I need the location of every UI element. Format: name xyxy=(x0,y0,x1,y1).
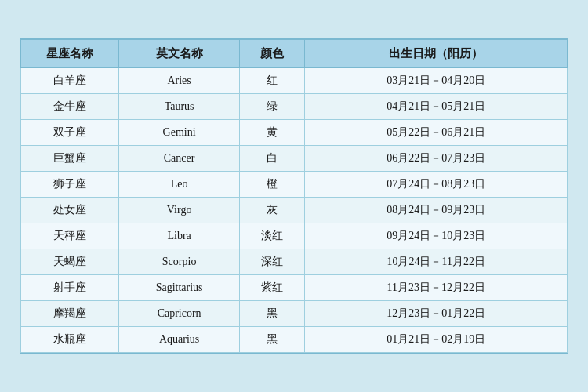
table-row: 狮子座Leo橙07月24日－08月23日 xyxy=(21,172,568,198)
cell-english: Cancer xyxy=(119,146,239,172)
cell-color: 橙 xyxy=(239,172,305,198)
zodiac-table: 星座名称 英文名称 颜色 出生日期（阳历） 白羊座Aries红03月21日－04… xyxy=(20,39,568,353)
cell-date: 01月21日－02月19日 xyxy=(305,327,568,353)
cell-color: 深红 xyxy=(239,249,305,275)
cell-color: 紫红 xyxy=(239,275,305,301)
table-row: 摩羯座Capricorn黑12月23日－01月22日 xyxy=(21,301,568,327)
cell-english: Libra xyxy=(119,223,239,249)
cell-chinese: 天蝎座 xyxy=(21,249,119,275)
cell-english: Taurus xyxy=(119,94,239,120)
cell-color: 灰 xyxy=(239,198,305,223)
table-row: 白羊座Aries红03月21日－04月20日 xyxy=(21,68,568,94)
table-row: 处女座Virgo灰08月24日－09月23日 xyxy=(21,198,568,223)
cell-date: 12月23日－01月22日 xyxy=(305,301,568,327)
cell-color: 黄 xyxy=(239,120,305,146)
cell-color: 白 xyxy=(239,146,305,172)
cell-date: 10月24日－11月22日 xyxy=(305,249,568,275)
table-row: 巨蟹座Cancer白06月22日－07月23日 xyxy=(21,146,568,172)
cell-chinese: 狮子座 xyxy=(21,172,119,198)
table-row: 双子座Gemini黄05月22日－06月21日 xyxy=(21,120,568,146)
cell-date: 11月23日－12月22日 xyxy=(305,275,568,301)
table-row: 射手座Sagittarius紫红11月23日－12月22日 xyxy=(21,275,568,301)
cell-english: Virgo xyxy=(119,198,239,223)
cell-date: 07月24日－08月23日 xyxy=(305,172,568,198)
header-color: 颜色 xyxy=(239,40,305,68)
cell-english: Gemini xyxy=(119,120,239,146)
cell-english: Scorpio xyxy=(119,249,239,275)
cell-chinese: 白羊座 xyxy=(21,68,119,94)
zodiac-table-container: 星座名称 英文名称 颜色 出生日期（阳历） 白羊座Aries红03月21日－04… xyxy=(20,38,568,354)
cell-date: 05月22日－06月21日 xyxy=(305,120,568,146)
table-row: 水瓶座Aquarius黑01月21日－02月19日 xyxy=(21,327,568,353)
cell-date: 09月24日－10月23日 xyxy=(305,223,568,249)
cell-english: Sagittarius xyxy=(119,275,239,301)
cell-english: Aquarius xyxy=(119,327,239,353)
table-header-row: 星座名称 英文名称 颜色 出生日期（阳历） xyxy=(21,40,568,68)
header-english: 英文名称 xyxy=(119,40,239,68)
cell-chinese: 水瓶座 xyxy=(21,327,119,353)
cell-color: 黑 xyxy=(239,301,305,327)
cell-color: 绿 xyxy=(239,94,305,120)
table-row: 天秤座Libra淡红09月24日－10月23日 xyxy=(21,223,568,249)
cell-date: 04月21日－05月21日 xyxy=(305,94,568,120)
cell-chinese: 金牛座 xyxy=(21,94,119,120)
cell-chinese: 双子座 xyxy=(21,120,119,146)
cell-chinese: 射手座 xyxy=(21,275,119,301)
header-chinese: 星座名称 xyxy=(21,40,119,68)
cell-color: 红 xyxy=(239,68,305,94)
cell-date: 06月22日－07月23日 xyxy=(305,146,568,172)
table-row: 金牛座Taurus绿04月21日－05月21日 xyxy=(21,94,568,120)
cell-color: 黑 xyxy=(239,327,305,353)
cell-chinese: 天秤座 xyxy=(21,223,119,249)
cell-color: 淡红 xyxy=(239,223,305,249)
cell-english: Capricorn xyxy=(119,301,239,327)
cell-date: 03月21日－04月20日 xyxy=(305,68,568,94)
cell-chinese: 巨蟹座 xyxy=(21,146,119,172)
cell-chinese: 摩羯座 xyxy=(21,301,119,327)
header-date: 出生日期（阳历） xyxy=(305,40,568,68)
cell-english: Aries xyxy=(119,68,239,94)
cell-chinese: 处女座 xyxy=(21,198,119,223)
cell-english: Leo xyxy=(119,172,239,198)
cell-date: 08月24日－09月23日 xyxy=(305,198,568,223)
table-row: 天蝎座Scorpio深红10月24日－11月22日 xyxy=(21,249,568,275)
